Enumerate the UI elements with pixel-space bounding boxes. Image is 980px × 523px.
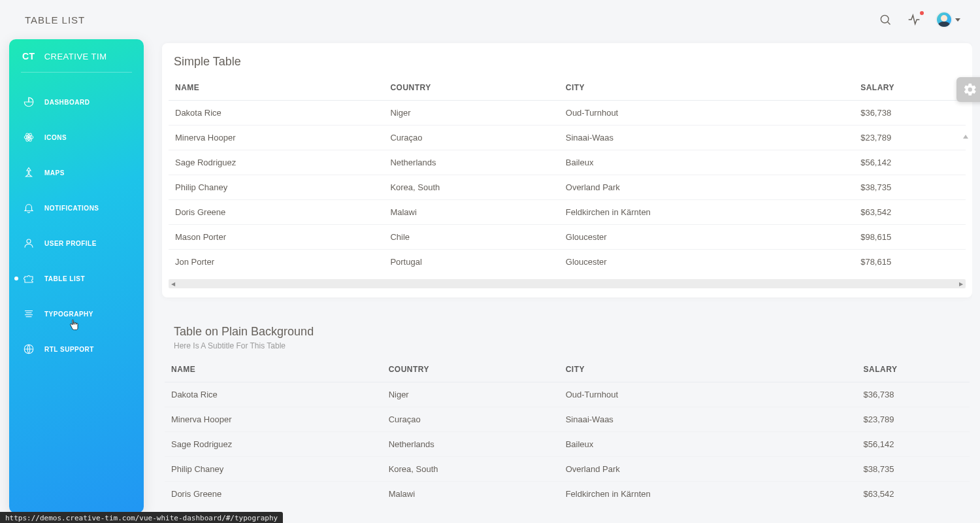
card-plain-table: Table on Plain Background Here Is A Subt… xyxy=(162,313,972,515)
table-row: Mason PorterChileGloucester$98,615 xyxy=(169,225,966,250)
globe-icon xyxy=(22,343,35,356)
table-cell: Korea, South xyxy=(382,457,559,482)
sidebar-item-typography[interactable]: TYPOGRAPHY xyxy=(9,296,144,331)
table-header: NAME xyxy=(169,75,384,101)
table-row: Dakota RiceNigerOud-Turnhout$36,738 xyxy=(169,101,966,126)
sidebar-item-label: TYPOGRAPHY xyxy=(44,311,93,318)
sidebar-nav: DASHBOARDICONSMAPSNOTIFICATIONSUSER PROF… xyxy=(9,79,144,367)
scroll-right-icon[interactable]: ▶ xyxy=(958,280,964,288)
table-cell: $23,789 xyxy=(854,126,966,150)
table-cell: $63,542 xyxy=(857,482,970,507)
activity-icon[interactable] xyxy=(907,12,921,27)
search-icon[interactable] xyxy=(878,12,892,27)
svg-point-6 xyxy=(27,239,31,243)
table-cell: Malawi xyxy=(384,200,559,225)
user-menu[interactable] xyxy=(936,11,960,28)
sidebar-item-dashboard[interactable]: DASHBOARD xyxy=(9,84,144,120)
table-cell: Minerva Hooper xyxy=(169,126,384,150)
table-row: Sage RodriguezNetherlandsBaileux$56,142 xyxy=(165,432,970,457)
sidebar: CT CREATIVE TIM DASHBOARDICONSMAPSNOTIFI… xyxy=(9,39,144,513)
table-cell: Sage Rodriguez xyxy=(169,150,384,175)
table-cell: Sage Rodriguez xyxy=(165,432,382,457)
table-cell: Feldkirchen in Kärnten xyxy=(559,200,854,225)
settings-button[interactable] xyxy=(956,77,980,102)
table-cell: Curaçao xyxy=(384,126,559,150)
table-cell: Overland Park xyxy=(559,175,854,200)
user-icon xyxy=(22,237,35,250)
table-row: Dakota RiceNigerOud-Turnhout$36,738 xyxy=(165,382,970,407)
table-cell: Korea, South xyxy=(384,175,559,200)
sidebar-item-label: MAPS xyxy=(44,169,65,177)
page-title: TABLE LIST xyxy=(25,14,85,25)
table-cell: Baileux xyxy=(559,432,857,457)
table-cell: Mason Porter xyxy=(169,225,384,250)
card-header: Simple Table xyxy=(162,43,972,75)
table-cell: Chile xyxy=(384,225,559,250)
svg-line-1 xyxy=(888,22,890,25)
sidebar-item-user-profile[interactable]: USER PROFILE xyxy=(9,226,144,261)
table-scroll[interactable]: NAMECOUNTRYCITYSALARYDakota RiceNigerOud… xyxy=(165,357,970,506)
notification-dot xyxy=(920,11,924,15)
table-cell: Netherlands xyxy=(384,150,559,175)
sidebar-item-rtl-support[interactable]: RTL SUPPORT xyxy=(9,331,144,367)
topbar: TABLE LIST xyxy=(0,0,980,39)
plain-table: NAMECOUNTRYCITYSALARYDakota RiceNigerOud… xyxy=(165,357,970,506)
sidebar-item-label: NOTIFICATIONS xyxy=(44,205,99,212)
sidebar-item-icons[interactable]: ICONS xyxy=(9,120,144,155)
brand[interactable]: CT CREATIVE TIM xyxy=(9,51,144,72)
sidebar-item-notifications[interactable]: NOTIFICATIONS xyxy=(9,190,144,226)
table-row: Minerva HooperCuraçaoSinaai-Waas$23,789 xyxy=(165,407,970,432)
sidebar-item-table-list[interactable]: TABLE LIST xyxy=(9,261,144,296)
divider xyxy=(21,72,132,73)
table-cell: Dakota Rice xyxy=(165,382,382,407)
svg-point-2 xyxy=(28,137,30,139)
table-cell: Doris Greene xyxy=(169,200,384,225)
table-cell: Niger xyxy=(384,101,559,126)
pie-chart-icon xyxy=(22,95,35,109)
table-cell: Portugal xyxy=(384,250,559,275)
sidebar-item-label: USER PROFILE xyxy=(44,240,97,247)
atom-icon xyxy=(22,131,35,144)
topbar-actions xyxy=(878,11,960,28)
table-header: NAME xyxy=(165,357,382,382)
table-cell: Minerva Hooper xyxy=(165,407,382,432)
table-cell: $38,735 xyxy=(854,175,966,200)
table-scroll[interactable]: NAMECOUNTRYCITYSALARYDakota RiceNigerOud… xyxy=(169,75,966,274)
table-header: CITY xyxy=(559,75,854,101)
table-cell: $36,738 xyxy=(857,382,970,407)
table-cell: Gloucester xyxy=(559,225,854,250)
scroll-left-icon[interactable]: ◀ xyxy=(170,280,176,288)
horizontal-scrollbar[interactable]: ◀ ▶ xyxy=(169,279,966,288)
sidebar-item-maps[interactable]: MAPS xyxy=(9,155,144,190)
svg-point-0 xyxy=(881,15,889,23)
sidebar-item-label: TABLE LIST xyxy=(44,275,85,282)
table-cell: $36,738 xyxy=(854,101,966,126)
table-cell: Sinaai-Waas xyxy=(559,407,857,432)
simple-table: NAMECOUNTRYCITYSALARYDakota RiceNigerOud… xyxy=(169,75,966,274)
table-header: COUNTRY xyxy=(382,357,559,382)
avatar xyxy=(936,11,953,28)
brand-short: CT xyxy=(22,51,35,61)
align-icon xyxy=(22,307,35,320)
table-cell: $23,789 xyxy=(857,407,970,432)
status-bar-url: https://demos.creative-tim.com/vue-white… xyxy=(0,512,283,523)
scroll-up-icon[interactable] xyxy=(963,135,968,139)
sidebar-item-label: ICONS xyxy=(44,134,67,141)
table-cell: Dakota Rice xyxy=(169,101,384,126)
table-header: COUNTRY xyxy=(384,75,559,101)
table-row: Doris GreeneMalawiFeldkirchen in Kärnten… xyxy=(165,482,970,507)
card-header: Table on Plain Background Here Is A Subt… xyxy=(162,313,972,357)
table-row: Philip ChaneyKorea, SouthOverland Park$3… xyxy=(169,175,966,200)
table-cell: Jon Porter xyxy=(169,250,384,275)
table-cell: Malawi xyxy=(382,482,559,507)
table-cell: Philip Chaney xyxy=(165,457,382,482)
table-cell: $56,142 xyxy=(854,150,966,175)
table-cell: $56,142 xyxy=(857,432,970,457)
table-header: CITY xyxy=(559,357,857,382)
table-cell: Oud-Turnhout xyxy=(559,101,854,126)
card-simple-table: Simple Table NAMECOUNTRYCITYSALARYDakota… xyxy=(162,43,972,297)
pin-icon xyxy=(22,166,35,179)
bell-icon xyxy=(22,201,35,214)
table-header: SALARY xyxy=(854,75,966,101)
table-row: Minerva HooperCuraçaoSinaai-Waas$23,789 xyxy=(169,126,966,150)
